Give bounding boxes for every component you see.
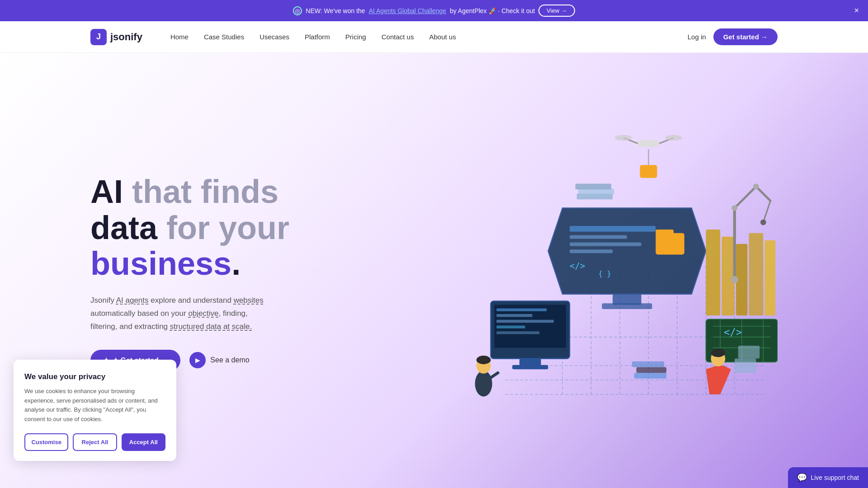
svg-rect-28 bbox=[496, 331, 539, 334]
svg-rect-71 bbox=[634, 373, 666, 379]
svg-text:{ }: { } bbox=[598, 269, 611, 278]
cookie-reject-button[interactable]: Reject All bbox=[73, 433, 117, 451]
svg-point-64 bbox=[476, 356, 491, 364]
announcement-bar: ◎ NEW: We've won the AI Agents Global Ch… bbox=[0, 0, 868, 21]
svg-rect-60 bbox=[578, 188, 614, 194]
hero-left: AI that finds data for your business. Js… bbox=[90, 174, 362, 371]
hero-heading-ai: AI bbox=[90, 174, 132, 210]
svg-line-45 bbox=[735, 187, 756, 208]
svg-rect-30 bbox=[512, 365, 548, 370]
cookie-customise-button[interactable]: Customise bbox=[24, 433, 68, 451]
see-demo-button[interactable]: ▶ See a demo bbox=[189, 352, 249, 368]
svg-rect-17 bbox=[656, 230, 674, 235]
svg-rect-27 bbox=[496, 325, 525, 328]
svg-rect-34 bbox=[749, 233, 764, 315]
svg-point-49 bbox=[731, 205, 737, 211]
svg-rect-35 bbox=[764, 240, 775, 316]
svg-rect-32 bbox=[722, 237, 735, 315]
svg-rect-12 bbox=[570, 226, 656, 232]
svg-rect-72 bbox=[637, 367, 667, 373]
svg-rect-13 bbox=[570, 235, 627, 239]
svg-rect-31 bbox=[706, 230, 720, 315]
hero-heading-for-your: for your bbox=[166, 210, 289, 246]
login-button[interactable]: Log in bbox=[688, 33, 706, 41]
svg-point-56 bbox=[665, 135, 682, 141]
logo-text: jsonify bbox=[110, 31, 142, 43]
svg-rect-15 bbox=[570, 249, 613, 253]
svg-point-50 bbox=[753, 183, 759, 189]
cookie-buttons: Customise Reject All Accept All bbox=[24, 433, 165, 451]
nav-platform[interactable]: Platform bbox=[298, 29, 336, 44]
nav-about[interactable]: About us bbox=[423, 29, 462, 44]
nav-usecases[interactable]: Usecases bbox=[253, 29, 296, 44]
svg-point-55 bbox=[615, 135, 632, 141]
nav-case-studies[interactable]: Case Studies bbox=[198, 29, 250, 44]
svg-rect-73 bbox=[632, 361, 664, 367]
svg-rect-70 bbox=[738, 346, 760, 359]
svg-rect-14 bbox=[570, 242, 642, 246]
svg-rect-29 bbox=[519, 358, 541, 366]
svg-rect-20 bbox=[613, 294, 641, 305]
svg-text:</>: </> bbox=[724, 326, 742, 338]
see-demo-label: See a demo bbox=[210, 356, 249, 364]
cookie-accept-button[interactable]: Accept All bbox=[122, 433, 165, 451]
nav-contact[interactable]: Contact us bbox=[375, 29, 420, 44]
svg-point-62 bbox=[475, 371, 492, 396]
navigation: J jsonify Home Case Studies Usecases Pla… bbox=[0, 21, 868, 53]
live-chat-label: Live support chat bbox=[811, 474, 859, 481]
svg-rect-59 bbox=[577, 194, 613, 200]
announcement-suffix: by AgentPlex 🚀 · Check it out bbox=[450, 7, 535, 14]
hero-heading-that-finds: that finds bbox=[132, 174, 278, 210]
nav-links: Home Case Studies Usecases Platform Pric… bbox=[164, 29, 688, 44]
announcement-circle-icon: ◎ bbox=[293, 6, 302, 15]
announcement-link[interactable]: AI Agents Global Challenge bbox=[369, 7, 446, 14]
nav-home[interactable]: Home bbox=[164, 29, 195, 44]
play-icon: ▶ bbox=[189, 352, 206, 368]
announcement-prefix: NEW: We've won the bbox=[306, 7, 365, 14]
svg-rect-21 bbox=[602, 303, 652, 309]
announcement-view-button[interactable]: View → bbox=[538, 5, 575, 17]
nav-pricing[interactable]: Pricing bbox=[339, 29, 373, 44]
svg-rect-58 bbox=[640, 165, 657, 178]
hero-illustration: </> { } bbox=[362, 122, 778, 423]
hero-heading-data: data bbox=[90, 210, 166, 246]
hero-right: </> { } bbox=[362, 122, 778, 423]
svg-rect-61 bbox=[576, 183, 611, 189]
svg-rect-26 bbox=[496, 320, 554, 323]
svg-point-48 bbox=[731, 276, 738, 283]
svg-rect-52 bbox=[638, 140, 660, 147]
announcement-close-button[interactable]: × bbox=[854, 6, 859, 15]
live-chat-widget[interactable]: 💬 Live support chat bbox=[788, 467, 868, 488]
svg-rect-69 bbox=[735, 358, 756, 373]
chat-icon: 💬 bbox=[797, 473, 807, 483]
hero-heading: AI that finds data for your business. bbox=[90, 174, 362, 282]
svg-rect-16 bbox=[656, 233, 684, 255]
cookie-body: We use cookies to enhance your browsing … bbox=[24, 387, 165, 424]
get-started-nav-button[interactable]: Get started → bbox=[713, 28, 778, 45]
svg-line-46 bbox=[756, 187, 770, 201]
nav-actions: Log in Get started → bbox=[688, 28, 778, 45]
cookie-title: We value your privacy bbox=[24, 372, 165, 381]
logo[interactable]: J jsonify bbox=[90, 29, 142, 45]
hero-heading-business: business bbox=[90, 245, 231, 282]
svg-point-68 bbox=[711, 348, 725, 357]
svg-rect-24 bbox=[496, 308, 547, 311]
cookie-banner: We value your privacy We use cookies to … bbox=[14, 360, 176, 461]
logo-icon: J bbox=[90, 29, 107, 45]
hero-heading-dot: . bbox=[231, 245, 241, 282]
svg-point-51 bbox=[760, 220, 766, 225]
svg-text:</>: </> bbox=[570, 261, 585, 271]
hero-description: Jsonify AI agents explore and understand… bbox=[90, 294, 307, 333]
svg-line-47 bbox=[763, 201, 770, 222]
svg-rect-25 bbox=[496, 314, 532, 317]
